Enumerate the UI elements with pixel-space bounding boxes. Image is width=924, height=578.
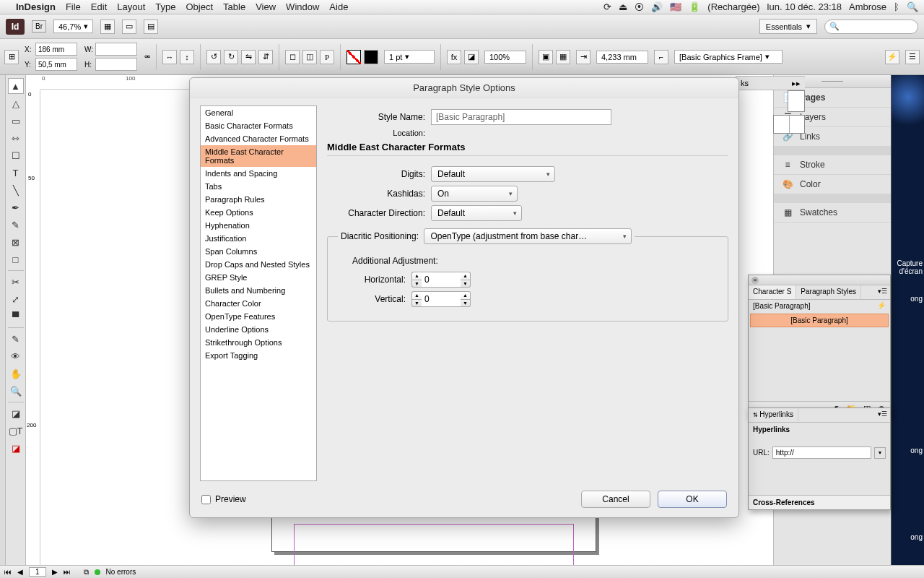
rectangle-tool[interactable]: □	[8, 251, 24, 267]
cat-general[interactable]: General	[201, 106, 316, 119]
horizontal-stepper[interactable]: ▲▼ ▲▼	[411, 272, 471, 288]
drop-shadow-icon[interactable]: ◪	[464, 50, 479, 64]
page-number-input[interactable]: 1	[29, 567, 46, 577]
scale-percent[interactable]: 100%	[484, 51, 526, 64]
open-dropdown-icon[interactable]: ⧉	[84, 568, 89, 577]
panel-menu-icon[interactable]: ▾☰	[875, 285, 890, 299]
tab-paragraph-styles[interactable]: Paragraph Styles	[796, 285, 861, 299]
line-tool[interactable]: ╲	[8, 182, 24, 198]
apply-color-icon[interactable]: ▢T	[8, 423, 24, 439]
page-tool[interactable]: ▭	[8, 113, 24, 129]
menu-file[interactable]: File	[66, 1, 81, 12]
kashidas-dropdown[interactable]: On	[431, 186, 518, 202]
cat-span[interactable]: Span Columns	[201, 245, 316, 258]
v-step-up2-icon[interactable]: ▲	[461, 292, 470, 300]
workspace-switcher[interactable]: Essentials▾	[759, 19, 817, 34]
cat-keep[interactable]: Keep Options	[201, 206, 316, 219]
quick-apply-thunder-icon[interactable]: ⚡	[877, 301, 886, 309]
constrain-icon[interactable]: ⚮	[144, 53, 150, 61]
panel-swatches[interactable]: ▦Swatches	[774, 203, 891, 223]
links-panel-tab[interactable]: ks ▸▸	[736, 76, 805, 90]
volume-icon[interactable]: 🔊	[651, 1, 663, 12]
menu-edit[interactable]: Edit	[91, 1, 107, 12]
menu-aide[interactable]: Aide	[329, 1, 348, 12]
cat-export[interactable]: Export Tagging	[201, 349, 316, 362]
zoom-tool[interactable]: 🔍	[8, 383, 24, 399]
cat-underline[interactable]: Underline Options	[201, 323, 316, 336]
hand-tool[interactable]: ✋	[8, 366, 24, 381]
screen-mode-icon[interactable]: ▭	[122, 20, 136, 34]
cat-strike[interactable]: Strikethrough Options	[201, 336, 316, 349]
cross-references-section[interactable]: Cross-References	[749, 495, 890, 509]
digits-dropdown[interactable]: Default	[431, 166, 555, 182]
v-step-down-icon[interactable]: ▼	[412, 300, 422, 307]
horizontal-input[interactable]	[422, 272, 461, 288]
wrap-offset-input[interactable]: 4,233 mm	[596, 51, 648, 64]
flip-v-icon[interactable]: ⇵	[258, 50, 273, 64]
fill-stroke-toggle[interactable]: ◪	[8, 405, 24, 421]
menu-window[interactable]: Window	[286, 1, 319, 12]
collapse-icon[interactable]: ▸▸	[792, 79, 801, 88]
scissors-tool[interactable]: ✂	[8, 274, 24, 290]
pen-tool[interactable]: ✒	[8, 199, 24, 215]
menu-object[interactable]: Object	[186, 1, 214, 12]
text-wrap-none-icon[interactable]: ▣	[539, 50, 553, 64]
h-step-up-icon[interactable]: ▲	[412, 272, 422, 280]
page-thumb-master[interactable]	[788, 90, 805, 112]
spotlight-icon[interactable]: 🔍	[907, 1, 918, 12]
tab-character-styles[interactable]: Character S	[749, 285, 796, 299]
rotate-cw-icon[interactable]: ↻	[224, 50, 238, 64]
select-content-icon[interactable]: ◫	[302, 50, 317, 64]
menu-type[interactable]: Type	[155, 1, 175, 12]
h-step-up2-icon[interactable]: ▲	[461, 272, 470, 280]
y-input[interactable]	[35, 58, 77, 71]
free-transform-tool[interactable]: ⤢	[8, 291, 24, 307]
style-row-basic[interactable]: [Basic Paragraph]	[749, 300, 890, 312]
wifi-icon[interactable]: ⦿	[635, 1, 644, 12]
cat-opentype[interactable]: OpenType Features	[201, 310, 316, 323]
eyedropper-tool[interactable]: 👁	[8, 348, 24, 364]
rotate-ccw-icon[interactable]: ↺	[206, 50, 221, 64]
diacritic-dropdown[interactable]: OpenType (adjustment from base char…	[424, 228, 632, 244]
v-step-up-icon[interactable]: ▲	[412, 292, 422, 300]
view-options-icon[interactable]: ▦	[100, 20, 115, 34]
stroke-weight-input[interactable]: 1 pt▾	[384, 50, 435, 64]
flip-h-icon[interactable]: ⇋	[241, 50, 256, 64]
time-machine-icon[interactable]: ⟳	[603, 1, 611, 12]
panel-close-icon[interactable]: ×	[751, 277, 759, 284]
h-step-down-icon[interactable]: ▼	[412, 280, 422, 288]
h-input[interactable]	[95, 58, 137, 71]
hyperlinks-panel-menu-icon[interactable]: ▾☰	[875, 408, 890, 422]
gap-tool[interactable]: ⇿	[8, 130, 24, 146]
menu-view[interactable]: View	[256, 1, 276, 12]
cat-adv-char[interactable]: Advanced Character Formats	[201, 132, 316, 145]
scale-x-icon[interactable]: ↔	[162, 50, 177, 64]
cat-tabs[interactable]: Tabs	[201, 180, 316, 193]
tab-hyperlinks[interactable]: ⇅ Hyperlinks	[749, 408, 798, 422]
cat-justification[interactable]: Justification	[201, 232, 316, 245]
next-page-icon[interactable]: ▶	[52, 568, 58, 576]
effects-icon[interactable]: fx	[447, 50, 461, 64]
scale-y-icon[interactable]: ↕	[180, 50, 194, 64]
fill-swatch[interactable]	[346, 50, 361, 64]
menu-app[interactable]: InDesign	[16, 1, 56, 12]
cat-bullets[interactable]: Bullets and Numbering	[201, 284, 316, 297]
cat-basic-char[interactable]: Basic Character Formats	[201, 119, 316, 132]
cancel-button[interactable]: Cancel	[581, 491, 650, 508]
reference-point-icon[interactable]: ⊞	[4, 50, 19, 64]
content-collector-tool[interactable]: ☐	[8, 147, 24, 163]
url-go-icon[interactable]: ▾	[874, 447, 886, 459]
select-container-icon[interactable]: ◻	[285, 50, 300, 64]
object-style-dropdown[interactable]: [Basic Graphics Frame]▾	[674, 50, 783, 64]
bridge-button[interactable]: Br	[32, 20, 46, 33]
menu-layout[interactable]: Layout	[117, 1, 145, 12]
menu-table[interactable]: Table	[223, 1, 245, 12]
pencil-tool[interactable]: ✎	[8, 217, 24, 233]
panel-menu-icon[interactable]: ☰	[905, 50, 920, 64]
direct-selection-tool[interactable]: △	[8, 95, 24, 111]
last-page-icon[interactable]: ⏭	[64, 568, 71, 576]
cat-grep[interactable]: GREP Style	[201, 271, 316, 284]
cat-indents[interactable]: Indents and Spacing	[201, 167, 316, 180]
zoom-dropdown[interactable]: 46,7%▾	[53, 20, 93, 33]
page-thumb-spread[interactable]	[773, 115, 805, 134]
